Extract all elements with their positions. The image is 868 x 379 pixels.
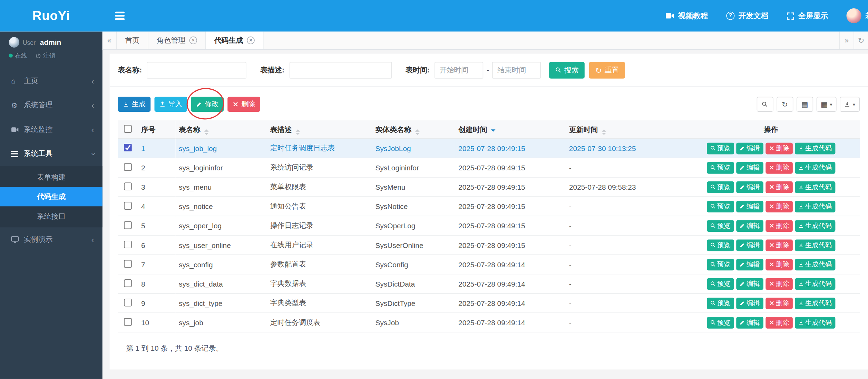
generate-code-button[interactable]: 生成代码 (794, 142, 835, 154)
row-edit-button[interactable]: 编辑 (736, 259, 763, 270)
table-row[interactable]: 4sys_notice通知公告表SysNotice2025-07-28 09:4… (118, 197, 860, 216)
row-checkbox[interactable] (124, 202, 131, 209)
table-row[interactable]: 7sys_config参数配置表SysConfig2025-07-28 09:4… (118, 255, 860, 274)
generate-code-button[interactable]: 生成代码 (794, 220, 835, 232)
row-edit-button[interactable]: 编辑 (736, 239, 763, 251)
col-updated[interactable]: 更新时间 (566, 121, 682, 138)
generate-code-button[interactable]: 生成代码 (794, 239, 835, 251)
tab-home[interactable]: 首页 (117, 31, 148, 49)
preview-button[interactable]: 预览 (706, 278, 734, 290)
table-row[interactable]: 9sys_dict_type字典类型表SysDictType2025-07-28… (118, 293, 860, 313)
table-view-toggle-button[interactable]: ▤ (797, 97, 813, 112)
row-edit-button[interactable]: 编辑 (736, 142, 763, 154)
row-checkbox[interactable] (124, 279, 131, 287)
end-time-input[interactable] (492, 62, 541, 78)
row-checkbox[interactable] (124, 221, 131, 229)
generate-code-button[interactable]: 生成代码 (794, 181, 835, 193)
submenu-item-code-generation[interactable]: 代码生成 (0, 187, 103, 206)
tab-role-management[interactable]: 角色管理 × (148, 31, 206, 49)
row-delete-button[interactable]: 删除 (765, 239, 792, 251)
table-export-button[interactable]: ▾ (840, 97, 860, 112)
generate-code-button[interactable]: 生成代码 (794, 317, 835, 328)
row-delete-button[interactable]: 删除 (765, 181, 792, 193)
tabs-scroll-left-button[interactable]: « (103, 31, 117, 49)
menu-item-demo[interactable]: 实例演示 ‹ (0, 227, 103, 252)
table-row[interactable]: 10sys_job定时任务调度表SysJob2025-07-28 09:49:1… (118, 313, 860, 332)
row-delete-button[interactable]: 删除 (765, 220, 792, 232)
menu-item-system-monitor[interactable]: 系统监控 ‹ (0, 117, 103, 142)
row-edit-button[interactable]: 编辑 (736, 278, 763, 290)
reset-button[interactable]: ↻ 重置 (589, 62, 625, 78)
preview-button[interactable]: 预览 (706, 239, 734, 251)
table-row[interactable]: 2sys_logininfor系统访问记录SysLogininfor2025-0… (118, 158, 860, 177)
row-delete-button[interactable]: 删除 (765, 297, 792, 309)
row-delete-button[interactable]: 删除 (765, 317, 792, 328)
generate-code-button[interactable]: 生成代码 (794, 162, 835, 173)
preview-button[interactable]: 预览 (706, 317, 734, 328)
preview-button[interactable]: 预览 (706, 162, 734, 173)
row-delete-button[interactable]: 删除 (765, 200, 792, 212)
submenu-item-system-api[interactable]: 系统接口 (0, 206, 103, 226)
generate-code-button[interactable]: 生成代码 (794, 297, 835, 309)
row-edit-button[interactable]: 编辑 (736, 200, 763, 212)
row-checkbox[interactable] (124, 260, 131, 267)
row-delete-button[interactable]: 删除 (765, 259, 792, 270)
preview-button[interactable]: 预览 (706, 220, 734, 232)
col-entity[interactable]: 实体类名称 (372, 121, 455, 138)
generate-code-button[interactable]: 生成代码 (794, 259, 835, 270)
search-button[interactable]: 搜索 (549, 62, 585, 78)
row-delete-button[interactable]: 删除 (765, 142, 792, 154)
preview-button[interactable]: 预览 (706, 181, 734, 193)
online-status-link[interactable]: 在线 (9, 51, 27, 60)
table-row[interactable]: 1sys_job_log定时任务调度日志表SysJobLog2025-07-28… (118, 139, 860, 158)
row-edit-button[interactable]: 编辑 (736, 317, 763, 328)
tab-code-generation[interactable]: 代码生成 × (206, 31, 264, 49)
row-delete-button[interactable]: 删除 (765, 162, 792, 173)
user-menu[interactable]: 若依 (846, 8, 868, 23)
nav-video-tutorial[interactable]: 视频教程 (665, 11, 708, 21)
sidebar-user-avatar[interactable] (9, 37, 19, 47)
import-button[interactable]: 导入 (155, 97, 187, 112)
generate-button[interactable]: 生成 (118, 97, 151, 112)
table-refresh-button[interactable]: ↻ (777, 97, 793, 112)
table-row[interactable]: 5sys_oper_log操作日志记录SysOperLog2025-07-28 … (118, 216, 860, 235)
tabs-refresh-button[interactable]: ↻ (854, 31, 868, 49)
edit-button[interactable]: 修改 (191, 97, 224, 112)
select-all-checkbox[interactable] (124, 125, 131, 132)
table-row[interactable]: 6sys_user_online在线用户记录SysUserOnline2025-… (118, 235, 860, 255)
table-columns-button[interactable]: ▦ ▾ (816, 97, 837, 112)
row-checkbox[interactable] (124, 143, 131, 151)
row-edit-button[interactable]: 编辑 (736, 162, 763, 173)
col-table-desc[interactable]: 表描述 (267, 121, 372, 138)
table-row[interactable]: 8sys_dict_data字典数据表SysDictData2025-07-28… (118, 274, 860, 293)
row-checkbox[interactable] (124, 318, 131, 325)
row-checkbox[interactable] (124, 298, 131, 306)
row-checkbox[interactable] (124, 182, 131, 190)
menu-item-system-management[interactable]: ⚙ 系统管理 ‹ (0, 93, 103, 117)
logout-link[interactable]: 注销 (36, 51, 56, 60)
menu-item-home[interactable]: ⌂ 主页 ‹ (0, 69, 103, 93)
row-checkbox[interactable] (124, 163, 131, 170)
generate-code-button[interactable]: 生成代码 (794, 278, 835, 290)
submenu-item-form-builder[interactable]: 表单构建 (0, 168, 103, 187)
nav-dev-docs[interactable]: ? 开发文档 (726, 11, 768, 21)
row-delete-button[interactable]: 删除 (765, 278, 792, 290)
preview-button[interactable]: 预览 (706, 259, 734, 270)
tab-close-icon[interactable]: × (247, 37, 254, 44)
row-edit-button[interactable]: 编辑 (736, 181, 763, 193)
generate-code-button[interactable]: 生成代码 (794, 200, 835, 212)
tab-close-icon[interactable]: × (189, 37, 197, 44)
app-logo[interactable]: RuoYi (0, 0, 103, 31)
row-edit-button[interactable]: 编辑 (736, 297, 763, 309)
preview-button[interactable]: 预览 (706, 142, 734, 154)
sidebar-toggle-button[interactable] (115, 12, 125, 22)
table-row[interactable]: 3sys_menu菜单权限表SysMenu2025-07-28 09:49:15… (118, 177, 860, 197)
preview-button[interactable]: 预览 (706, 200, 734, 212)
delete-button[interactable]: 删除 (227, 97, 260, 112)
table-name-input[interactable] (147, 62, 247, 78)
col-created[interactable]: 创建时间 (455, 121, 566, 138)
tabs-scroll-right-button[interactable]: » (839, 31, 854, 49)
col-table-name[interactable]: 表名称 (175, 121, 267, 138)
preview-button[interactable]: 预览 (706, 297, 734, 309)
table-desc-input[interactable] (289, 62, 392, 78)
